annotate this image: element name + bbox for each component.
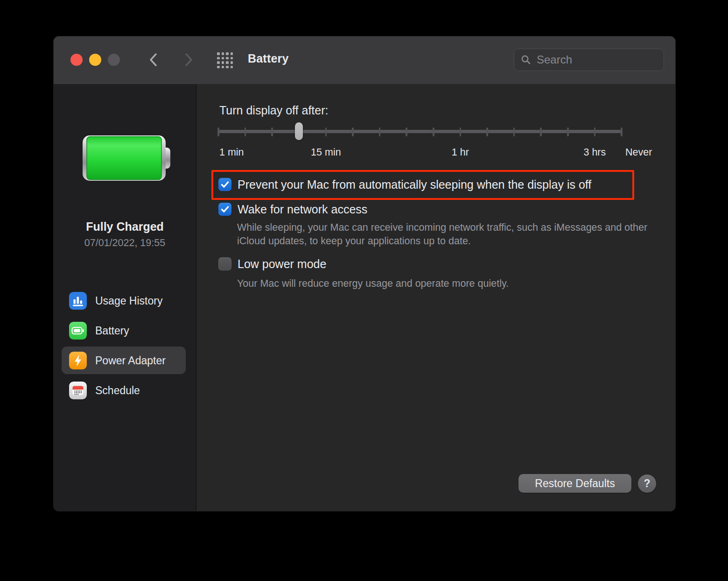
- wake-network-row: Wake for network access: [218, 202, 367, 217]
- checkmark-icon: [220, 180, 230, 189]
- sidebar-item-schedule[interactable]: Schedule: [69, 382, 140, 399]
- back-button[interactable]: [148, 52, 159, 68]
- search-icon: [521, 55, 531, 65]
- low-power-checkbox[interactable]: [218, 257, 231, 270]
- slider-ticks: [218, 128, 622, 136]
- prevent-sleep-checkbox[interactable]: [218, 178, 231, 191]
- sidebar: Fully Charged 07/01/2022, 19:55 Usage Hi…: [54, 84, 196, 511]
- fullscreen-button-disabled: [108, 54, 120, 66]
- sidebar-item-usage-history[interactable]: Usage History: [69, 292, 162, 310]
- close-button[interactable]: [70, 54, 83, 66]
- battery-status-text: Fully Charged: [54, 220, 196, 234]
- title-bar: Battery Search: [54, 36, 675, 85]
- battery-preferences-window: Battery Search: [54, 36, 675, 511]
- slider-label-3hrs: 3 hrs: [583, 147, 606, 158]
- minimize-button[interactable]: [89, 54, 101, 66]
- sidebar-item-label: Battery: [95, 325, 129, 337]
- wake-network-description: While sleeping, your Mac can receive inc…: [237, 221, 650, 248]
- display-off-slider-thumb[interactable]: [295, 122, 303, 140]
- wake-network-checkbox[interactable]: [218, 203, 231, 216]
- slider-label-1min: 1 min: [219, 147, 244, 158]
- prevent-sleep-label: Prevent your Mac from automatically slee…: [238, 178, 591, 191]
- search-field[interactable]: Search: [514, 49, 664, 71]
- sidebar-item-power-adapter[interactable]: Power Adapter: [69, 352, 166, 369]
- battery-status-timestamp: 07/01/2022, 19:55: [54, 237, 196, 249]
- low-power-label: Low power mode: [238, 257, 326, 271]
- sidebar-item-label: Power Adapter: [95, 354, 166, 367]
- bar-chart-icon: [69, 292, 87, 310]
- window-title: Battery: [248, 52, 289, 65]
- display-off-slider-label: Turn display off after:: [219, 104, 328, 117]
- wake-network-label: Wake for network access: [238, 203, 367, 216]
- show-all-grid-icon[interactable]: [217, 52, 233, 68]
- checkmark-icon: [220, 205, 230, 213]
- slider-label-15min: 15 min: [311, 147, 341, 158]
- help-button[interactable]: ?: [638, 475, 656, 493]
- sidebar-item-battery[interactable]: Battery: [69, 322, 129, 340]
- restore-defaults-button[interactable]: Restore Defaults: [518, 474, 631, 493]
- slider-label-never: Never: [625, 147, 652, 158]
- slider-label-1hr: 1 hr: [452, 147, 469, 158]
- search-placeholder: Search: [537, 53, 572, 66]
- forward-button: [183, 52, 194, 68]
- battery-level-image: [83, 135, 171, 181]
- battery-icon: [69, 322, 87, 340]
- sidebar-item-label: Schedule: [95, 384, 140, 397]
- prevent-sleep-row: Prevent your Mac from automatically slee…: [218, 177, 591, 192]
- low-power-description: Your Mac will reduce energy usage and op…: [237, 277, 650, 290]
- sidebar-item-label: Usage History: [95, 295, 162, 307]
- lightning-bolt-icon: [69, 352, 87, 369]
- low-power-row: Low power mode: [218, 256, 326, 271]
- main-panel: Turn display off after: 1 min 15 min 1 h…: [196, 84, 675, 511]
- calendar-icon: [69, 382, 87, 399]
